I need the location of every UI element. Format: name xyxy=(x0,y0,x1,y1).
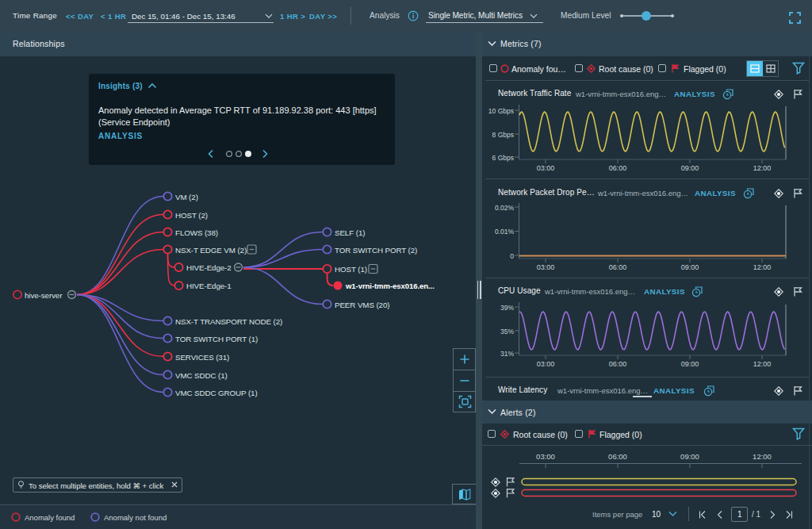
svg-text:39%: 39% xyxy=(500,304,514,312)
svg-text:09:00: 09:00 xyxy=(681,360,699,368)
svg-text:NSX-T TRANSPORT NODE (2): NSX-T TRANSPORT NODE (2) xyxy=(175,317,282,326)
svg-text:09:00: 09:00 xyxy=(681,263,699,271)
svg-text:TOR SWITCH PORT (1): TOR SWITCH PORT (1) xyxy=(175,335,258,343)
svg-text:03:00: 03:00 xyxy=(537,263,555,271)
svg-text:HOST (2): HOST (2) xyxy=(175,211,208,220)
svg-text:VMC SDDC GROUP (1): VMC SDDC GROUP (1) xyxy=(175,389,258,397)
svg-text:NSX-T EDGE VM (2): NSX-T EDGE VM (2) xyxy=(175,246,247,255)
svg-text:SELF (1): SELF (1) xyxy=(335,228,365,237)
svg-text:06:00: 06:00 xyxy=(608,452,627,461)
svg-text:w1-vrni-tmm-esx016.en...: w1-vrni-tmm-esx016.en... xyxy=(345,282,435,290)
svg-text:0.02%: 0.02% xyxy=(495,204,515,212)
svg-text:12:00: 12:00 xyxy=(753,164,772,172)
svg-text:12:00: 12:00 xyxy=(753,452,772,461)
svg-text:03:00: 03:00 xyxy=(537,360,555,368)
svg-text:03:00: 03:00 xyxy=(536,452,555,461)
svg-text:VM (2): VM (2) xyxy=(175,193,198,201)
svg-text:09:00: 09:00 xyxy=(681,164,699,172)
svg-text:06:00: 06:00 xyxy=(609,164,627,172)
svg-text:03:00: 03:00 xyxy=(537,164,555,172)
svg-text:PEER VMS (20): PEER VMS (20) xyxy=(335,301,389,309)
svg-text:VMC SDDC (1): VMC SDDC (1) xyxy=(175,371,228,380)
svg-text:06:00: 06:00 xyxy=(609,263,627,271)
svg-text:12:00: 12:00 xyxy=(753,360,772,368)
svg-text:6 Gbps: 6 Gbps xyxy=(492,154,514,162)
svg-text:hive-server: hive-server xyxy=(25,291,63,300)
svg-text:0: 0 xyxy=(510,252,514,260)
svg-text:HOST (1): HOST (1) xyxy=(335,265,367,274)
svg-text:8 Gbps: 8 Gbps xyxy=(492,131,514,139)
svg-text:HIVE-Edge-2: HIVE-Edge-2 xyxy=(186,263,232,272)
svg-text:35%: 35% xyxy=(500,328,514,335)
svg-text:HIVE-Edge-1: HIVE-Edge-1 xyxy=(186,282,232,290)
svg-text:10 Gbps: 10 Gbps xyxy=(488,107,514,115)
svg-text:0.01%: 0.01% xyxy=(495,228,515,236)
svg-text:09:00: 09:00 xyxy=(680,452,699,461)
svg-text:31%: 31% xyxy=(500,350,514,358)
svg-text:TOR SWITCH PORT (2): TOR SWITCH PORT (2) xyxy=(335,246,417,255)
svg-text:12:00: 12:00 xyxy=(753,263,772,271)
svg-text:06:00: 06:00 xyxy=(609,360,627,368)
svg-text:FLOWS (38): FLOWS (38) xyxy=(175,228,218,237)
svg-text:SERVICES (31): SERVICES (31) xyxy=(175,353,229,362)
